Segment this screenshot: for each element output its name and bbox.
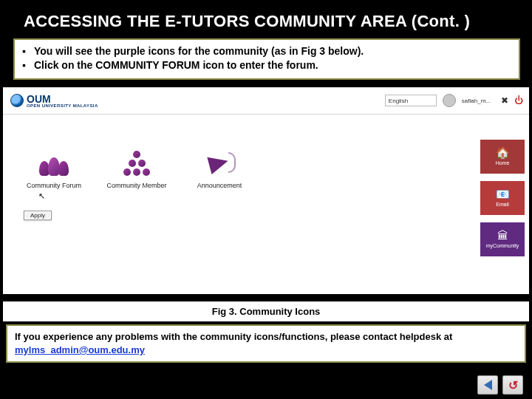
apply-button[interactable]: Apply	[24, 211, 52, 220]
helpdesk-email-link[interactable]: mylms_admin@oum.edu.my	[15, 344, 145, 355]
tile-label: Announcement	[197, 182, 242, 189]
language-value: English	[389, 98, 408, 104]
helpdesk-text: If you experience any problems with the …	[15, 331, 452, 342]
lms-topbar: OUM OPEN UNIVERSITY MALAYSIA English saf…	[3, 88, 529, 115]
right-nav: 🏠 Home 📧 Email 🏛 myCommunity	[480, 140, 525, 256]
community-tiles: Community Forum Community Member Announc…	[24, 151, 250, 189]
people-icon	[39, 151, 69, 176]
instruction-text: Click on the COMMUNITY FORUM icon to ent…	[34, 58, 318, 72]
cursor-icon: ↖	[38, 191, 45, 201]
nav-email-tile[interactable]: 📧 Email	[480, 181, 525, 215]
bullet-icon: ▪	[22, 58, 30, 72]
home-slide-button[interactable]: ↺	[502, 375, 523, 395]
return-home-icon: ↺	[507, 379, 519, 391]
megaphone-icon	[205, 151, 234, 176]
instruction-item: ▪ You will see the purple icons for the …	[22, 44, 511, 58]
instruction-text: You will see the purple icons for the co…	[34, 44, 364, 58]
oum-logo[interactable]: OUM OPEN UNIVERSITY MALAYSIA	[10, 93, 98, 108]
community-forum-tile[interactable]: Community Forum	[24, 151, 84, 189]
envelope-icon: 📧	[496, 188, 510, 200]
instruction-item: ▪ Click on the COMMUNITY FORUM icon to e…	[22, 58, 511, 72]
slide-nav: ↺	[477, 375, 523, 395]
avatar[interactable]	[443, 94, 456, 107]
announcement-tile[interactable]: Announcement	[189, 151, 250, 189]
settings-icon[interactable]: ✖	[501, 95, 508, 106]
prev-slide-button[interactable]	[477, 375, 498, 395]
globe-icon	[10, 94, 24, 107]
tile-label: Community Member	[106, 182, 166, 189]
members-icon	[122, 151, 151, 176]
slide-title: ACCESSING THE E-TUTORS COMMUNITY AREA (C…	[0, 0, 532, 38]
tile-label: Community Forum	[27, 182, 81, 189]
nav-label: Email	[496, 202, 509, 207]
nav-community-tile[interactable]: 🏛 myCommunity	[480, 222, 525, 256]
bullet-icon: ▪	[22, 44, 30, 58]
helpdesk-note: If you experience any problems with the …	[6, 324, 526, 363]
power-icon[interactable]: ⏻	[514, 95, 523, 106]
figure-caption: Fig 3. Community Icons	[3, 301, 529, 321]
lms-screenshot: OUM OPEN UNIVERSITY MALAYSIA English saf…	[3, 87, 529, 294]
arrow-left-icon	[484, 380, 492, 390]
username-label: safiah_m...	[462, 98, 491, 104]
nav-label: Home	[496, 160, 510, 166]
nav-home-tile[interactable]: 🏠 Home	[480, 140, 525, 174]
nav-label: myCommunity	[486, 243, 519, 248]
language-select[interactable]: English	[385, 95, 437, 106]
brand-sub: OPEN UNIVERSITY MALAYSIA	[27, 103, 98, 108]
home-icon: 🏠	[496, 147, 510, 158]
community-member-tile[interactable]: Community Member	[106, 151, 167, 189]
campus-icon: 🏛	[497, 230, 508, 241]
instruction-box: ▪ You will see the purple icons for the …	[13, 38, 520, 80]
